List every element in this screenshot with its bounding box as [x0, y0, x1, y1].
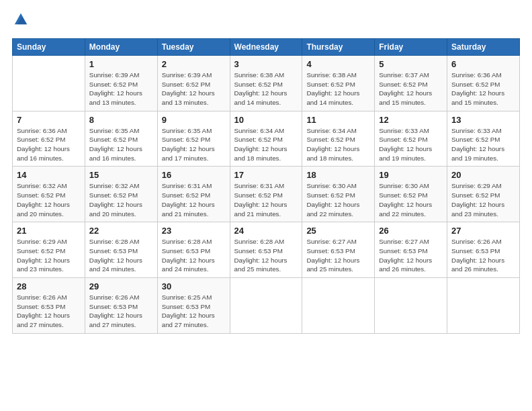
day-info: Sunrise: 6:31 AM Sunset: 6:52 PM Dayligh…	[162, 181, 226, 218]
logo	[12, 12, 28, 30]
day-header-tuesday: Tuesday	[157, 38, 230, 55]
day-number: 18	[306, 170, 370, 180]
day-info: Sunrise: 6:37 AM Sunset: 6:52 PM Dayligh…	[379, 71, 443, 107]
day-info: Sunrise: 6:26 AM Sunset: 6:53 PM Dayligh…	[17, 293, 81, 330]
day-header-thursday: Thursday	[302, 38, 375, 55]
day-info: Sunrise: 6:28 AM Sunset: 6:53 PM Dayligh…	[162, 237, 226, 274]
day-info: Sunrise: 6:39 AM Sunset: 6:52 PM Dayligh…	[89, 71, 153, 107]
day-cell-23: 23Sunrise: 6:28 AM Sunset: 6:53 PM Dayli…	[157, 222, 230, 278]
day-info: Sunrise: 6:39 AM Sunset: 6:52 PM Dayligh…	[162, 71, 226, 107]
day-number: 13	[451, 115, 515, 125]
logo-text	[12, 12, 28, 30]
day-info: Sunrise: 6:33 AM Sunset: 6:52 PM Dayligh…	[379, 126, 443, 163]
day-info: Sunrise: 6:35 AM Sunset: 6:52 PM Dayligh…	[89, 126, 153, 163]
day-number: 28	[17, 281, 81, 291]
day-header-friday: Friday	[375, 38, 447, 55]
day-number: 3	[234, 59, 298, 69]
week-row-2: 7Sunrise: 6:36 AM Sunset: 6:52 PM Daylig…	[13, 111, 520, 167]
day-number: 26	[379, 226, 443, 236]
day-info: Sunrise: 6:27 AM Sunset: 6:53 PM Dayligh…	[306, 237, 370, 274]
day-cell-28: 28Sunrise: 6:26 AM Sunset: 6:53 PM Dayli…	[13, 278, 85, 334]
day-info: Sunrise: 6:34 AM Sunset: 6:52 PM Dayligh…	[234, 126, 298, 163]
day-number: 2	[162, 59, 226, 69]
week-row-5: 28Sunrise: 6:26 AM Sunset: 6:53 PM Dayli…	[13, 278, 520, 334]
day-cell-19: 19Sunrise: 6:30 AM Sunset: 6:52 PM Dayli…	[375, 167, 447, 222]
calendar-table: SundayMondayTuesdayWednesdayThursdayFrid…	[12, 38, 520, 334]
day-number: 4	[306, 59, 370, 69]
day-info: Sunrise: 6:32 AM Sunset: 6:52 PM Dayligh…	[89, 181, 153, 218]
day-cell-11: 11Sunrise: 6:34 AM Sunset: 6:52 PM Dayli…	[302, 111, 375, 167]
day-number: 16	[162, 170, 226, 180]
day-number: 23	[162, 226, 226, 236]
day-number: 8	[89, 115, 153, 125]
day-number: 30	[162, 281, 226, 291]
day-cell-27: 27Sunrise: 6:26 AM Sunset: 6:53 PM Dayli…	[447, 222, 520, 278]
day-number: 24	[234, 226, 298, 236]
day-info: Sunrise: 6:35 AM Sunset: 6:52 PM Dayligh…	[162, 126, 226, 163]
day-cell-16: 16Sunrise: 6:31 AM Sunset: 6:52 PM Dayli…	[157, 167, 230, 222]
day-number: 10	[234, 115, 298, 125]
day-info: Sunrise: 6:28 AM Sunset: 6:53 PM Dayligh…	[89, 237, 153, 274]
day-cell-4: 4Sunrise: 6:38 AM Sunset: 6:52 PM Daylig…	[302, 55, 375, 111]
page-container: SundayMondayTuesdayWednesdayThursdayFrid…	[0, 0, 532, 340]
day-cell-8: 8Sunrise: 6:35 AM Sunset: 6:52 PM Daylig…	[85, 111, 157, 167]
week-row-1: 1Sunrise: 6:39 AM Sunset: 6:52 PM Daylig…	[13, 55, 520, 111]
day-number: 29	[89, 281, 153, 291]
day-number: 27	[451, 226, 515, 236]
day-info: Sunrise: 6:31 AM Sunset: 6:52 PM Dayligh…	[234, 181, 298, 218]
day-number: 25	[306, 226, 370, 236]
empty-cell	[375, 278, 447, 334]
day-cell-21: 21Sunrise: 6:29 AM Sunset: 6:52 PM Dayli…	[13, 222, 85, 278]
day-info: Sunrise: 6:36 AM Sunset: 6:52 PM Dayligh…	[451, 71, 515, 107]
header	[12, 12, 520, 30]
day-info: Sunrise: 6:36 AM Sunset: 6:52 PM Dayligh…	[17, 126, 81, 163]
day-number: 7	[17, 115, 81, 125]
day-cell-22: 22Sunrise: 6:28 AM Sunset: 6:53 PM Dayli…	[85, 222, 157, 278]
day-number: 6	[451, 59, 515, 69]
day-header-saturday: Saturday	[447, 38, 520, 55]
day-number: 11	[306, 115, 370, 125]
day-info: Sunrise: 6:25 AM Sunset: 6:53 PM Dayligh…	[162, 293, 226, 330]
day-cell-12: 12Sunrise: 6:33 AM Sunset: 6:52 PM Dayli…	[375, 111, 447, 167]
days-header-row: SundayMondayTuesdayWednesdayThursdayFrid…	[13, 38, 520, 55]
day-cell-6: 6Sunrise: 6:36 AM Sunset: 6:52 PM Daylig…	[447, 55, 520, 111]
day-cell-29: 29Sunrise: 6:26 AM Sunset: 6:53 PM Dayli…	[85, 278, 157, 334]
day-cell-14: 14Sunrise: 6:32 AM Sunset: 6:52 PM Dayli…	[13, 167, 85, 222]
day-info: Sunrise: 6:27 AM Sunset: 6:53 PM Dayligh…	[379, 237, 443, 274]
day-header-sunday: Sunday	[13, 38, 85, 55]
day-number: 19	[379, 170, 443, 180]
day-cell-9: 9Sunrise: 6:35 AM Sunset: 6:52 PM Daylig…	[157, 111, 230, 167]
day-cell-1: 1Sunrise: 6:39 AM Sunset: 6:52 PM Daylig…	[85, 55, 157, 111]
day-info: Sunrise: 6:30 AM Sunset: 6:52 PM Dayligh…	[306, 181, 370, 218]
day-info: Sunrise: 6:26 AM Sunset: 6:53 PM Dayligh…	[451, 237, 515, 274]
day-info: Sunrise: 6:28 AM Sunset: 6:53 PM Dayligh…	[234, 237, 298, 274]
day-info: Sunrise: 6:34 AM Sunset: 6:52 PM Dayligh…	[306, 126, 370, 163]
day-header-wednesday: Wednesday	[230, 38, 302, 55]
empty-cell	[13, 55, 85, 111]
day-cell-5: 5Sunrise: 6:37 AM Sunset: 6:52 PM Daylig…	[375, 55, 447, 111]
day-number: 12	[379, 115, 443, 125]
day-number: 5	[379, 59, 443, 69]
day-cell-2: 2Sunrise: 6:39 AM Sunset: 6:52 PM Daylig…	[157, 55, 230, 111]
day-cell-7: 7Sunrise: 6:36 AM Sunset: 6:52 PM Daylig…	[13, 111, 85, 167]
day-cell-30: 30Sunrise: 6:25 AM Sunset: 6:53 PM Dayli…	[157, 278, 230, 334]
day-cell-15: 15Sunrise: 6:32 AM Sunset: 6:52 PM Dayli…	[85, 167, 157, 222]
day-info: Sunrise: 6:29 AM Sunset: 6:52 PM Dayligh…	[17, 237, 81, 274]
day-number: 17	[234, 170, 298, 180]
day-info: Sunrise: 6:32 AM Sunset: 6:52 PM Dayligh…	[17, 181, 81, 218]
week-row-4: 21Sunrise: 6:29 AM Sunset: 6:52 PM Dayli…	[13, 222, 520, 278]
day-cell-13: 13Sunrise: 6:33 AM Sunset: 6:52 PM Dayli…	[447, 111, 520, 167]
day-cell-26: 26Sunrise: 6:27 AM Sunset: 6:53 PM Dayli…	[375, 222, 447, 278]
day-number: 21	[17, 226, 81, 236]
day-number: 1	[89, 59, 153, 69]
day-number: 14	[17, 170, 81, 180]
day-cell-20: 20Sunrise: 6:29 AM Sunset: 6:52 PM Dayli…	[447, 167, 520, 222]
week-row-3: 14Sunrise: 6:32 AM Sunset: 6:52 PM Dayli…	[13, 167, 520, 222]
day-info: Sunrise: 6:26 AM Sunset: 6:53 PM Dayligh…	[89, 293, 153, 330]
day-number: 20	[451, 170, 515, 180]
day-cell-3: 3Sunrise: 6:38 AM Sunset: 6:52 PM Daylig…	[230, 55, 302, 111]
day-cell-17: 17Sunrise: 6:31 AM Sunset: 6:52 PM Dayli…	[230, 167, 302, 222]
empty-cell	[302, 278, 375, 334]
day-info: Sunrise: 6:29 AM Sunset: 6:52 PM Dayligh…	[451, 181, 515, 218]
day-header-monday: Monday	[85, 38, 157, 55]
